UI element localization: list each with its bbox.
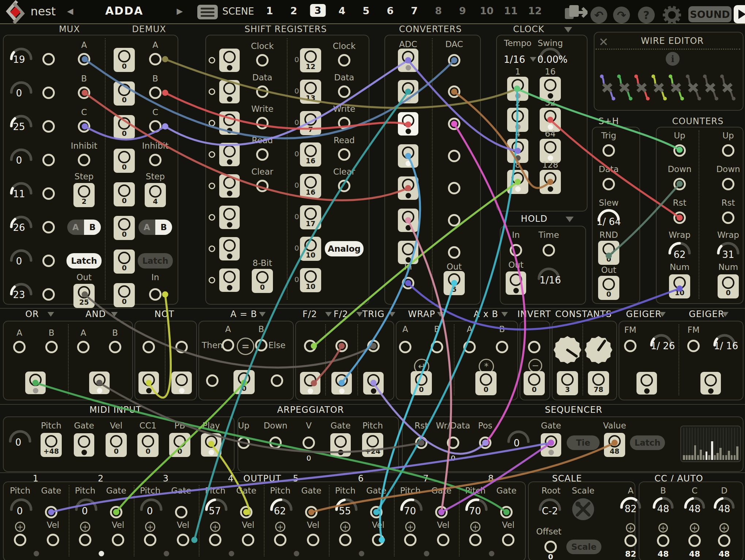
output-5-pitch-out-port[interactable] [274, 534, 286, 546]
f2-2-out-jack[interactable] [331, 372, 352, 395]
dac-port-4[interactable] [448, 150, 460, 162]
scene-tab-12[interactable]: 12 [528, 5, 542, 16]
invert-out-jack[interactable]: 0 [524, 371, 545, 395]
clock-div-jack-4[interactable] [507, 139, 528, 163]
demux-port-c[interactable] [149, 120, 161, 133]
invert-in-port[interactable] [528, 341, 540, 353]
output-3-vel-port[interactable] [177, 534, 189, 546]
adc-jack-1[interactable] [398, 49, 418, 72]
ab-option-a[interactable]: A [67, 220, 84, 235]
counter-2-down-port[interactable] [722, 178, 734, 190]
sr-left-port-write[interactable] [256, 117, 269, 129]
mux-input-port-2[interactable] [42, 87, 55, 99]
logic-dropdown-icon[interactable] [111, 312, 118, 317]
sr-left-jack-5[interactable] [219, 174, 240, 198]
clock-div-jack-16[interactable] [540, 77, 561, 101]
axb-out-jack[interactable]: 0 [475, 371, 497, 395]
dac-port-1[interactable] [448, 54, 460, 66]
wire-slot-4[interactable] [650, 75, 667, 101]
mux-latch-toggle[interactable]: Latch [66, 253, 102, 268]
mux-out-jack[interactable]: 25 [73, 284, 95, 308]
mux-input-port-1[interactable] [42, 53, 55, 65]
demux-cv-jack-2[interactable]: 0 [114, 81, 135, 106]
mux-input-port-8[interactable] [42, 288, 55, 301]
output-1-gate-port[interactable] [45, 506, 57, 518]
logic-dropdown-icon[interactable] [722, 312, 729, 317]
midi-pb-jack[interactable]: 0 [169, 433, 190, 457]
wire-slot-7[interactable] [702, 75, 719, 101]
constant-knob-2[interactable] [583, 335, 614, 365]
output-2-gate-port[interactable] [110, 506, 122, 518]
mux-input-port-3[interactable] [42, 120, 55, 133]
sr-right-port-clear[interactable] [338, 180, 350, 192]
clock-div-jack-8[interactable] [507, 170, 528, 194]
mux-port-inhibit[interactable] [78, 154, 90, 166]
sr-right-port-data[interactable] [338, 85, 350, 98]
or-b-port[interactable] [45, 341, 58, 353]
scene-tab-6[interactable]: 6 [387, 5, 394, 16]
mux-step-jack[interactable]: 2 [73, 183, 95, 207]
seq-latch-toggle[interactable]: Latch [630, 435, 665, 450]
scene-tab-4[interactable]: 4 [339, 5, 346, 16]
sr-right-jack-6[interactable]: 17 [300, 205, 321, 229]
output-5-gate-port[interactable] [305, 506, 318, 518]
f2-2-in-port[interactable] [335, 340, 348, 352]
scale-offset-port[interactable] [544, 541, 557, 553]
seq-gate-jack[interactable] [541, 433, 561, 457]
ab-toggle[interactable]: AB [67, 220, 101, 235]
sr-left-jack-2[interactable] [219, 80, 240, 103]
sr-left-port-data[interactable] [256, 85, 269, 98]
hold-dropdown-icon[interactable] [566, 217, 574, 222]
constant-1-out-jack[interactable]: 3 [557, 371, 578, 395]
dac-out-jack[interactable]: 5 [444, 271, 465, 295]
help-button[interactable]: ? [638, 7, 655, 23]
seq-tie-toggle[interactable]: Tie [567, 435, 600, 450]
mux-port-c[interactable] [78, 120, 90, 133]
sh-rnd-jack[interactable]: 0 [598, 241, 619, 265]
sr-right-jack-1[interactable]: 12 [300, 48, 321, 72]
logic-dropdown-icon[interactable] [437, 312, 444, 317]
scene-tab-3[interactable]: 3 [310, 4, 326, 17]
sr-left-option-dot-3[interactable] [209, 120, 215, 126]
preset-next-icon[interactable]: ▶ [177, 7, 183, 16]
trig-in-port[interactable] [367, 340, 380, 352]
f2-1-out-jack[interactable] [300, 372, 320, 395]
sr-right-jack-2[interactable]: 13 [300, 80, 321, 104]
demux-port-inhibit[interactable] [149, 154, 161, 166]
arp-up-port[interactable] [237, 437, 250, 449]
constant-2-out-jack[interactable]: 78 [588, 371, 609, 395]
seq-rst-port[interactable] [415, 437, 427, 449]
scene-tab-1[interactable]: 1 [266, 5, 273, 16]
settings-gear-icon[interactable] [662, 5, 682, 25]
sr-analog-toggle[interactable]: Analog [325, 241, 364, 256]
scene-tab-11[interactable]: 11 [504, 5, 518, 16]
ab-option-b[interactable]: B [84, 220, 101, 235]
output-4-vel-port[interactable] [242, 534, 254, 546]
logic-dropdown-icon[interactable] [47, 312, 54, 317]
not-1-out-jack[interactable] [138, 372, 159, 394]
logic-dropdown-icon[interactable] [325, 312, 332, 317]
sr-left-option-dot-7[interactable] [209, 245, 215, 252]
mux-port-a[interactable] [78, 53, 90, 65]
ab-option-a[interactable]: A [138, 220, 155, 235]
sr-right-port-read[interactable] [338, 148, 350, 161]
wrap-a-port[interactable] [399, 341, 411, 353]
logic-dropdown-icon[interactable] [389, 312, 395, 317]
output-3-gate-port[interactable] [175, 506, 187, 518]
or-a-port[interactable] [13, 341, 26, 353]
seq-wrdata-port[interactable] [447, 437, 459, 449]
sound-button[interactable]: SOUND [688, 6, 731, 22]
sr-left-option-dot-2[interactable] [209, 88, 215, 95]
sr-left-option-dot-1[interactable] [209, 57, 215, 64]
and-a-port[interactable] [77, 341, 90, 353]
sr-right-jack-7[interactable]: 10 [300, 237, 321, 261]
mux-input-port-6[interactable] [42, 221, 55, 233]
counter-1-rst-port[interactable] [673, 212, 686, 224]
sr-left-jack-6[interactable] [219, 206, 240, 229]
sh-trig-port[interactable] [603, 144, 615, 157]
dac-port-6[interactable] [448, 214, 460, 226]
demux-cv-jack-5[interactable]: 0 [114, 182, 135, 206]
scale-quantize-toggle[interactable]: Scale [566, 540, 601, 554]
output-4-gate-port[interactable] [240, 506, 252, 518]
and-b-port[interactable] [109, 341, 121, 353]
